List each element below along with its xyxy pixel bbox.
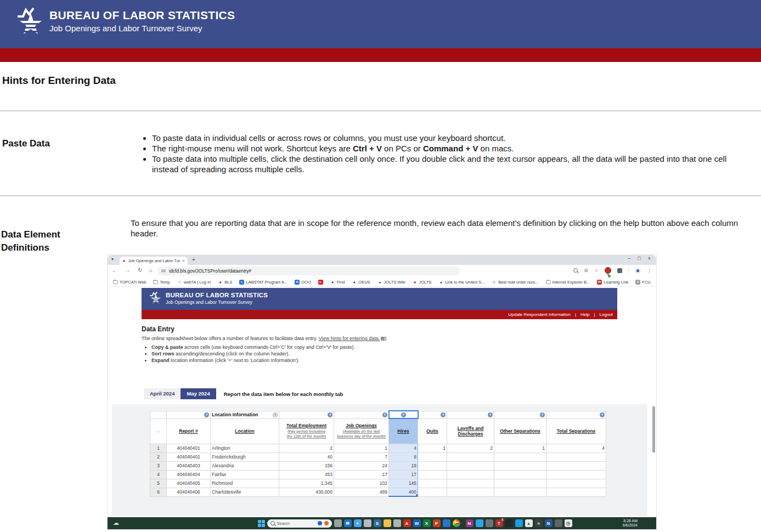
calculator-icon[interactable]: = xyxy=(535,519,543,527)
window-minimize-button[interactable]: – xyxy=(628,256,630,261)
col-header-job-openings[interactable]: Job Openings(Available on the lastbusine… xyxy=(334,418,389,444)
col-header-total-separations[interactable]: Total Separations xyxy=(546,418,606,444)
cell[interactable] xyxy=(494,470,546,479)
cell[interactable] xyxy=(546,452,606,461)
time-attendance-icon[interactable]: T1 xyxy=(495,519,503,527)
help-icon[interactable]: ? xyxy=(441,412,446,417)
outlook-icon[interactable]: ✉ xyxy=(344,519,352,527)
window-maximize-button[interactable]: □ xyxy=(638,256,640,261)
col-header-layoffs[interactable]: Layoffs and Discharges xyxy=(447,418,494,444)
cell[interactable]: Fredericksburgh xyxy=(211,452,279,461)
cell[interactable]: Charlottesville xyxy=(211,488,279,496)
col-header-hires[interactable]: Hires xyxy=(389,418,418,444)
cell[interactable] xyxy=(546,470,606,479)
extensions-icon[interactable] xyxy=(617,268,622,273)
tab-search-chevron-icon[interactable]: ▾ xyxy=(111,257,114,262)
bookmark-item[interactable]: OOOO xyxy=(295,280,311,285)
cell[interactable]: 1,345 xyxy=(279,479,334,488)
cell[interactable]: 430,000 xyxy=(279,488,334,496)
bird-app-icon[interactable] xyxy=(476,519,483,527)
col-header-location[interactable]: Location xyxy=(211,418,279,444)
bookmark-item[interactable]: ★BLS xyxy=(218,280,232,285)
cell[interactable]: 17 xyxy=(334,470,389,479)
col-header-quits[interactable]: Quits xyxy=(418,418,447,444)
app-box-icon[interactable] xyxy=(364,519,371,527)
cell[interactable] xyxy=(447,452,494,461)
cell[interactable]: 156 xyxy=(279,461,334,470)
bookmark-item[interactable]: Temp xyxy=(153,280,170,285)
cell[interactable] xyxy=(494,452,546,461)
cell[interactable]: 19 xyxy=(389,461,418,470)
bookmark-star-icon[interactable]: ☆ xyxy=(594,268,599,273)
home-icon[interactable]: ⌂ xyxy=(149,267,153,273)
pinned-extension-icon[interactable] xyxy=(605,267,611,274)
reload-icon[interactable]: ↻ xyxy=(138,267,142,273)
cell[interactable]: 145 xyxy=(389,479,418,488)
task-view-icon[interactable] xyxy=(334,519,342,527)
back-icon[interactable]: ← xyxy=(112,267,117,273)
cell[interactable]: 2 xyxy=(447,444,494,452)
cell[interactable]: 404040406 xyxy=(167,488,211,496)
url-field[interactable]: idcfd.bls.gov/JOLTSPro/user/dataentry# xyxy=(157,267,460,275)
photos-icon[interactable]: ▲ xyxy=(525,519,533,527)
forward-icon[interactable]: → xyxy=(125,267,130,273)
zoom-icon[interactable] xyxy=(573,268,578,273)
cell[interactable]: 1 xyxy=(494,444,546,452)
cell[interactable]: Arlington xyxy=(211,444,279,452)
cell[interactable]: 404040401 xyxy=(167,444,211,452)
cell[interactable]: 40 xyxy=(279,452,334,461)
help-icon[interactable]: ? xyxy=(382,412,387,417)
cell[interactable]: 404040404 xyxy=(167,470,211,479)
cell[interactable]: Fairfax xyxy=(211,470,279,479)
cell[interactable]: Richmond xyxy=(211,479,279,488)
cell[interactable] xyxy=(447,470,494,479)
cell[interactable]: 404040403 xyxy=(167,461,211,470)
chat-icon[interactable] xyxy=(443,519,450,527)
new-item-icon[interactable]: + xyxy=(354,519,362,527)
window-close-button[interactable]: × xyxy=(648,256,651,261)
start-button[interactable] xyxy=(258,520,265,527)
tab-close-icon[interactable]: × xyxy=(182,258,185,263)
profile-icon[interactable]: ☻ xyxy=(635,268,641,274)
cell[interactable] xyxy=(447,461,494,470)
word-icon[interactable]: W xyxy=(413,519,421,527)
snagit-icon[interactable]: S xyxy=(374,519,381,527)
acrobat-icon[interactable]: A xyxy=(403,519,411,527)
gray-app-icon[interactable] xyxy=(486,519,493,527)
bookmark-item[interactable]: FFCU xyxy=(635,280,650,285)
cell[interactable] xyxy=(418,461,447,470)
devices-icon[interactable] xyxy=(393,519,401,527)
cell[interactable] xyxy=(418,488,447,496)
tab-april-2024[interactable]: April 2024 xyxy=(144,388,181,399)
cell[interactable] xyxy=(546,479,606,488)
cell[interactable]: Alexandria xyxy=(211,461,279,470)
expand-location-icon[interactable]: + xyxy=(273,412,278,417)
cell[interactable] xyxy=(494,488,546,496)
cell[interactable]: 17 xyxy=(389,470,418,479)
file-explorer-icon[interactable] xyxy=(384,519,391,527)
bookmark-item[interactable]: ▸ xyxy=(318,280,323,285)
vertical-scrollbar[interactable] xyxy=(652,406,655,452)
cell[interactable] xyxy=(447,488,494,496)
storage-icon[interactable] xyxy=(555,519,562,527)
col-header-other-separations[interactable]: Other Separations xyxy=(494,418,546,444)
onenote-icon[interactable]: N xyxy=(545,519,553,527)
cell[interactable] xyxy=(418,479,447,488)
browser-tab[interactable]: ★ Job Openings and Labor Turno × xyxy=(120,257,188,265)
bookmark-item[interactable]: ★OEUS xyxy=(352,280,370,285)
bookmark-item[interactable]: TOPCATi Web xyxy=(113,280,146,285)
help-icon[interactable]: ? xyxy=(488,412,493,417)
bookmark-item[interactable]: hBest mail order nurs... xyxy=(492,280,538,285)
chrome-icon[interactable] xyxy=(453,519,460,527)
help-icon[interactable]: ? xyxy=(328,412,332,417)
cell[interactable]: 24 xyxy=(334,461,389,470)
cell[interactable]: 7 xyxy=(334,452,389,461)
cell[interactable] xyxy=(418,470,447,479)
cell[interactable]: 400 xyxy=(389,488,418,496)
cell[interactable]: 2 xyxy=(279,444,334,452)
excel-icon[interactable]: X xyxy=(423,519,431,527)
help-icon[interactable]: ? xyxy=(540,412,545,417)
cell[interactable]: 1 xyxy=(418,444,447,452)
help-icon[interactable]: ? xyxy=(600,412,605,417)
update-respondent-link[interactable]: Update Respondent Information xyxy=(509,312,571,317)
